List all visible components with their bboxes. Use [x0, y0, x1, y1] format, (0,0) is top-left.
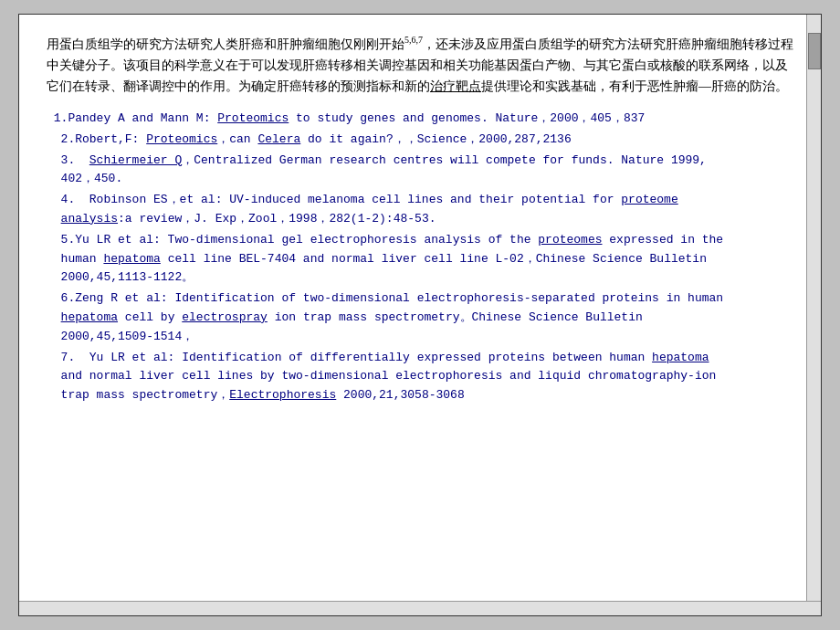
reference-5: 5.Yu LR et al: Two-dimensional gel elect…: [47, 231, 793, 288]
ref-1-text: 1.Pandey A and Mann M: Proteomics to stu…: [47, 110, 793, 129]
ref-7-text: 7. Yu LR et al: Identification of differ…: [47, 349, 793, 405]
content-area: 用蛋白质组学的研究方法研究人类肝癌和肝肿瘤细胞仅刚刚开始5,6,7，还未涉及应用…: [47, 33, 793, 405]
reference-1: 1.Pandey A and Mann M: Proteomics to stu…: [47, 110, 793, 129]
reference-4: 4. Robinson ES，et al: UV-induced melanom…: [47, 191, 793, 229]
reference-3: 3. Schiermeier Q，Centralized German rese…: [47, 152, 793, 190]
document-window: 用蛋白质组学的研究方法研究人类肝癌和肝肿瘤细胞仅刚刚开始5,6,7，还未涉及应用…: [18, 14, 822, 616]
reference-6: 6.Zeng R et al: Identification of two-di…: [47, 289, 793, 346]
ref-2-text: 2.Robert,F: Proteomics，can Celera do it …: [47, 131, 793, 150]
references-section: 1.Pandey A and Mann M: Proteomics to stu…: [47, 110, 793, 405]
chinese-paragraph: 用蛋白质组学的研究方法研究人类肝癌和肝肿瘤细胞仅刚刚开始5,6,7，还未涉及应用…: [47, 33, 793, 97]
reference-7: 7. Yu LR et al: Identification of differ…: [47, 349, 793, 405]
horizontal-scrollbar[interactable]: [19, 601, 821, 615]
ref-6-text: 6.Zeng R et al: Identification of two-di…: [47, 289, 793, 346]
ref-4-text: 4. Robinson ES，et al: UV-induced melanom…: [47, 191, 793, 229]
ref-5-text: 5.Yu LR et al: Two-dimensional gel elect…: [47, 231, 793, 288]
reference-2: 2.Robert,F: Proteomics，can Celera do it …: [47, 131, 793, 150]
scrollbar-thumb[interactable]: [808, 33, 821, 69]
ref-3-text: 3. Schiermeier Q，Centralized German rese…: [47, 152, 793, 190]
vertical-scrollbar[interactable]: [806, 15, 821, 615]
